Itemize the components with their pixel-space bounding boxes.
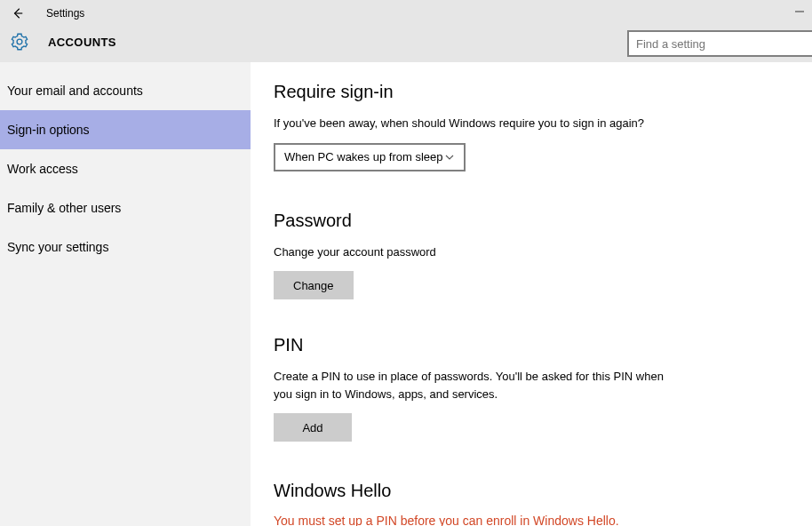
sidebar-item-sign-in-options[interactable]: Sign-in options	[0, 110, 251, 149]
section-pin: PIN Create a PIN to use in place of pass…	[274, 335, 789, 442]
chevron-down-icon	[444, 152, 455, 163]
section-title: Require sign-in	[274, 82, 789, 102]
sidebar-item-label: Sync your settings	[7, 240, 108, 254]
gear-icon	[11, 33, 28, 51]
minimize-button[interactable]	[794, 6, 805, 19]
sidebar-item-email-accounts[interactable]: Your email and accounts	[0, 71, 251, 110]
window-controls	[794, 6, 805, 19]
hello-warning: You must set up a PIN before you can enr…	[274, 514, 789, 526]
window-title: Settings	[46, 7, 84, 20]
sidebar-item-label: Your email and accounts	[7, 84, 143, 98]
titlebar: Settings	[0, 0, 812, 27]
search-input[interactable]	[627, 30, 812, 57]
content: Require sign-in If you've been away, whe…	[251, 62, 812, 526]
section-password: Password Change your account password Ch…	[274, 211, 789, 300]
section-title: Password	[274, 211, 789, 231]
section-windows-hello: Windows Hello You must set up a PIN befo…	[274, 481, 789, 526]
sidebar-item-work-access[interactable]: Work access	[0, 149, 251, 188]
sidebar-item-label: Work access	[7, 162, 78, 176]
sidebar: Your email and accounts Sign-in options …	[0, 62, 251, 526]
minimize-icon	[794, 6, 805, 17]
sidebar-item-label: Sign-in options	[7, 123, 90, 137]
sidebar-item-family-other-users[interactable]: Family & other users	[0, 188, 251, 227]
add-pin-button[interactable]: Add	[274, 413, 352, 442]
change-password-button[interactable]: Change	[274, 271, 354, 299]
section-title: Windows Hello	[274, 481, 789, 501]
section-desc: Change your account password	[274, 243, 682, 261]
require-sign-in-dropdown[interactable]: When PC wakes up from sleep	[274, 143, 466, 171]
header: ACCOUNTS	[0, 27, 812, 62]
section-title: PIN	[274, 335, 789, 355]
page-title: ACCOUNTS	[48, 36, 116, 49]
section-desc: Create a PIN to use in place of password…	[274, 368, 682, 402]
sidebar-item-sync-settings[interactable]: Sync your settings	[0, 227, 251, 267]
section-require-sign-in: Require sign-in If you've been away, whe…	[274, 82, 789, 171]
dropdown-value: When PC wakes up from sleep	[284, 150, 442, 163]
sidebar-item-label: Family & other users	[7, 201, 121, 215]
back-arrow-icon	[12, 7, 24, 20]
section-desc: If you've been away, when should Windows…	[274, 115, 682, 132]
back-button[interactable]	[7, 3, 28, 24]
